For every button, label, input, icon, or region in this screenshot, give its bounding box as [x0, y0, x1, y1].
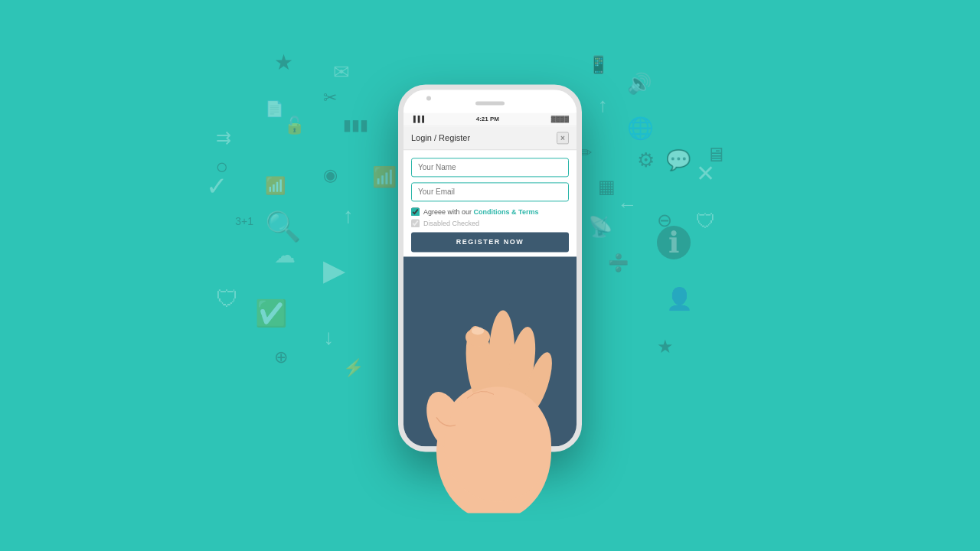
terms-link[interactable]: Conditions & Terms [474, 208, 539, 216]
phone-camera [426, 96, 431, 100]
modal-body: Agreee with our Conditions & Terms Disab… [403, 150, 577, 256]
modal-title: Login / Register [411, 133, 470, 142]
agree-checkbox[interactable] [411, 207, 420, 216]
signal-bars: ▐▐▐ [411, 116, 424, 122]
email-input[interactable] [411, 182, 569, 201]
status-time: 4:21 PM [476, 116, 499, 122]
phone-notch-area [403, 90, 577, 112]
hand-illustration [413, 268, 574, 513]
register-button[interactable]: REGISTER NOW [411, 232, 569, 252]
battery-indicator: ▓▓▓▓ [551, 116, 569, 122]
agree-label: Agreee with our Conditions & Terms [423, 208, 538, 216]
status-bar: ▐▐▐ 4:21 PM ▓▓▓▓ [403, 112, 577, 126]
disabled-checkbox [411, 219, 420, 227]
modal-close-button[interactable]: × [557, 132, 569, 144]
svg-point-8 [472, 327, 484, 334]
login-register-modal: Login / Register × Agreee with our Condi… [403, 126, 577, 256]
phone-device: ▐▐▐ 4:21 PM ▓▓▓▓ Login / Register × [398, 84, 582, 452]
disabled-checkbox-row: Disabled Checked [411, 219, 569, 227]
modal-header: Login / Register × [403, 126, 577, 150]
name-input[interactable] [411, 158, 569, 177]
disabled-label: Disabled Checked [423, 220, 479, 227]
svg-point-6 [444, 386, 551, 501]
phone-speaker [475, 101, 505, 105]
hand-svg [413, 268, 574, 513]
agree-checkbox-row: Agreee with our Conditions & Terms [411, 207, 569, 216]
